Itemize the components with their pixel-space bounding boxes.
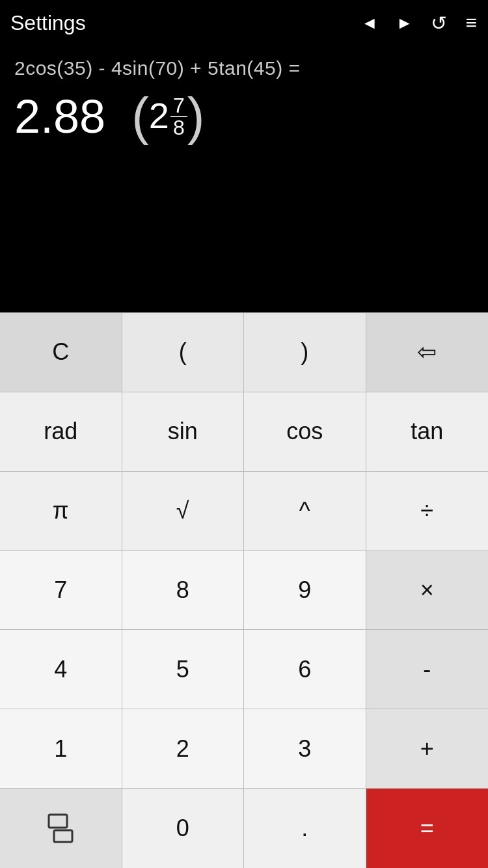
svg-rect-0 (49, 815, 67, 828)
result-row: 2.88 ( 2 7 8 ) (14, 90, 474, 143)
key-9[interactable]: 9 (244, 551, 366, 630)
frac-part: 7 8 (170, 95, 187, 138)
result-decimal: 2.88 (14, 90, 105, 143)
nav-icons: ◄ ► ↺ ≡ (361, 12, 478, 34)
keyboard-row-row-789: 789× (0, 551, 488, 631)
key-x[interactable]: ( (122, 313, 245, 392)
undo-icon[interactable]: ↺ (431, 12, 447, 34)
key-tan[interactable]: tan (366, 392, 489, 471)
key-x[interactable]: ^ (244, 472, 366, 550)
frac-whole: 2 (149, 98, 169, 134)
key-cos[interactable]: cos (244, 392, 366, 471)
key-x[interactable]: = (366, 789, 489, 868)
svg-rect-1 (54, 830, 72, 842)
key-6[interactable]: 6 (244, 630, 366, 709)
expression: 2cos(35) - 4sin(70) + 5tan(45) = (14, 57, 474, 79)
key-x[interactable]: √ (122, 472, 245, 550)
keyboard-row-row-top: C()⇦ (0, 313, 488, 392)
key-x[interactable]: . (244, 789, 366, 868)
keyboard-row-row-sym: π√^÷ (0, 472, 488, 551)
frac-numerator: 7 (170, 95, 187, 117)
key-8[interactable]: 8 (122, 551, 245, 630)
display-area: 2cos(35) - 4sin(70) + 5tan(45) = 2.88 ( … (0, 46, 488, 312)
key-x[interactable]: ⇦ (366, 313, 489, 392)
key-x[interactable]: - (366, 630, 489, 709)
key-5[interactable]: 5 (122, 630, 245, 709)
key-x[interactable]: ÷ (366, 472, 489, 550)
key-sin[interactable]: sin (122, 392, 245, 471)
keyboard: C()⇦radsincostanπ√^÷789×456-123+ 0.= (0, 312, 488, 868)
settings-label: Settings (10, 11, 86, 35)
key-x[interactable]: × (366, 551, 489, 630)
keyboard-row-row-123: 123+ (0, 709, 488, 789)
frac-denominator: 8 (170, 117, 187, 138)
keyboard-row-row-bot: 0.= (0, 789, 488, 868)
key-3[interactable]: 3 (244, 709, 366, 788)
key-x[interactable] (0, 789, 122, 868)
key-x[interactable]: π (0, 472, 122, 550)
key-x[interactable]: + (366, 709, 489, 788)
key-rad[interactable]: rad (0, 392, 122, 471)
key-2[interactable]: 2 (122, 709, 245, 788)
key-x[interactable]: ) (244, 313, 366, 392)
frac-open-paren: ( (131, 93, 149, 140)
key-0[interactable]: 0 (122, 789, 245, 868)
frac-close-paren: ) (187, 93, 205, 140)
nav-left-icon[interactable]: ◄ (361, 13, 378, 33)
result-fraction: ( 2 7 8 ) (131, 93, 204, 140)
top-bar: Settings ◄ ► ↺ ≡ (0, 0, 488, 46)
nav-right-icon[interactable]: ► (396, 13, 413, 33)
key-4[interactable]: 4 (0, 630, 122, 709)
key-7[interactable]: 7 (0, 551, 122, 630)
keyboard-row-row-func: radsincostan (0, 392, 488, 472)
keyboard-row-row-456: 456- (0, 630, 488, 709)
menu-icon[interactable]: ≡ (465, 12, 478, 34)
key-c[interactable]: C (0, 313, 122, 392)
key-1[interactable]: 1 (0, 709, 122, 788)
